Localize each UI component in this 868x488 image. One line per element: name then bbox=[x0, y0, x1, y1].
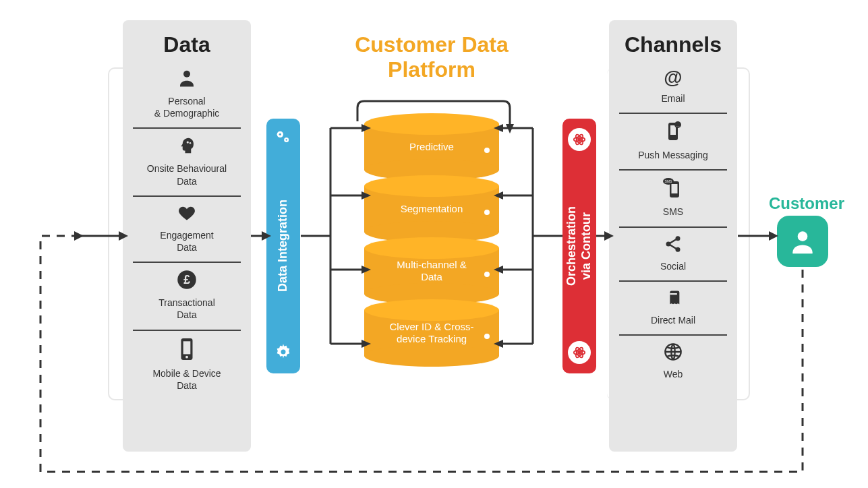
svg-marker-49 bbox=[604, 231, 614, 241]
svg-marker-47 bbox=[262, 231, 271, 241]
diagram-stage: Data Personal & Demographic Onsite Behav… bbox=[0, 0, 868, 488]
flow-arrows bbox=[0, 0, 868, 488]
cdp-layer-label: Predictive bbox=[364, 141, 499, 153]
cdp-layer-label: Multi-channel & Data bbox=[364, 259, 499, 283]
cdp-layer-label: Segmentation bbox=[364, 203, 499, 215]
svg-marker-52 bbox=[74, 231, 84, 241]
cdp-layer-label: Clever ID & Cross- device Tracking bbox=[364, 321, 499, 345]
svg-marker-51 bbox=[769, 231, 778, 241]
svg-marker-45 bbox=[119, 231, 128, 241]
